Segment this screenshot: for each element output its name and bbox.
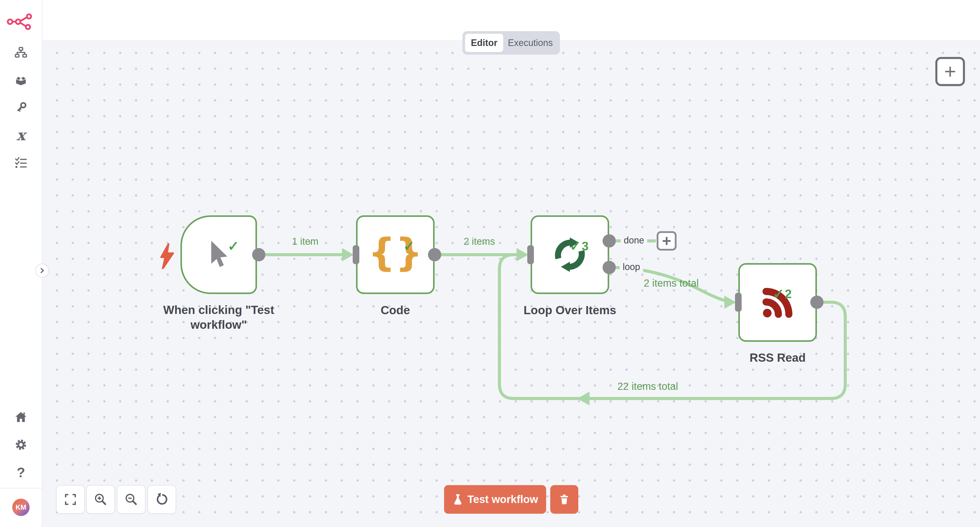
sidebar-expand-button[interactable] [35, 264, 49, 278]
gear-icon [14, 438, 28, 452]
connection-label-2-items-total: 2 items total [620, 278, 722, 289]
sidebar-item-home[interactable] [0, 408, 42, 426]
connection-label-22-items-total: 22 items total [597, 381, 699, 392]
chevron-right-icon [39, 267, 45, 273]
sidebar-item-templates[interactable] [0, 71, 42, 89]
node-label-rss: RSS Read [739, 350, 816, 365]
sidebar-item-executions[interactable] [0, 154, 42, 172]
fit-view-icon [64, 492, 77, 506]
key-icon [14, 101, 27, 114]
sidebar-item-variables[interactable]: x [0, 126, 42, 144]
delete-workflow-button[interactable] [550, 485, 578, 514]
plus-icon: + [662, 233, 671, 249]
sidebar-item-credentials[interactable] [0, 99, 42, 117]
node-loop-over-items[interactable] [531, 216, 609, 294]
workflow-canvas[interactable] [42, 40, 980, 527]
zoom-out-button[interactable] [117, 485, 145, 514]
sidebar-divider [0, 488, 42, 489]
n8n-workflow-editor: ✓ When clicking "Test workflow" {} ✓ Cod… [0, 0, 980, 527]
view-switcher: Editor Executions [463, 31, 560, 55]
test-workflow-label: Test workflow [468, 493, 538, 506]
port-label-loop: loop [620, 261, 643, 273]
home-icon [14, 410, 28, 424]
connection-label-1-item: 1 item [280, 236, 331, 247]
node-success-check-count: ✓3 [570, 238, 589, 254]
node-success-check: ✓ [403, 238, 415, 254]
node-rss-read[interactable] [738, 263, 817, 342]
sidebar-item-workflows[interactable] [0, 44, 42, 62]
tab-editor[interactable]: Editor [465, 34, 503, 52]
templates-box-icon [14, 73, 28, 87]
node-label-trigger: When clicking "Test workflow" [159, 303, 279, 332]
node-code[interactable]: {} [356, 216, 434, 294]
rss-output-connector[interactable] [810, 295, 824, 309]
node-success-check-count: ✓2 [773, 286, 792, 302]
test-workflow-button[interactable]: Test workflow [444, 485, 546, 514]
code-input-connector[interactable] [353, 245, 360, 264]
loop-input-connector[interactable] [527, 245, 534, 264]
sidebar: x [0, 0, 42, 527]
connection-label-2-items: 2 items [454, 236, 505, 247]
loop-loop-output-connector[interactable] [603, 261, 616, 274]
plus-icon: + [944, 61, 956, 82]
tab-executions[interactable]: Executions [503, 34, 557, 52]
zoom-out-icon [124, 492, 138, 506]
add-node-after-done-button[interactable]: + [657, 231, 676, 251]
loop-done-output-connector[interactable] [603, 234, 616, 248]
help-icon: ? [17, 465, 25, 480]
workflows-icon [14, 46, 27, 59]
trigger-output-connector[interactable] [252, 248, 266, 261]
trash-icon [558, 494, 570, 505]
code-output-connector[interactable] [428, 248, 441, 261]
executions-list-icon [14, 156, 27, 169]
node-label-code: Code [357, 303, 434, 318]
sidebar-item-settings[interactable] [0, 436, 42, 454]
zoom-in-icon [94, 492, 108, 506]
node-label-loop: Loop Over Items [506, 303, 634, 318]
sidebar-item-help[interactable]: ? [0, 463, 42, 481]
user-avatar[interactable]: KM [12, 499, 30, 516]
rss-input-connector[interactable] [735, 293, 741, 311]
trigger-bolt-icon [159, 243, 176, 269]
variables-icon: x [17, 126, 25, 144]
zoom-to-fit-button[interactable] [56, 485, 85, 514]
n8n-logo-icon [7, 13, 35, 31]
n8n-logo[interactable] [0, 11, 42, 32]
port-label-done: done [620, 235, 647, 246]
zoom-in-button[interactable] [86, 485, 115, 514]
node-success-check: ✓ [228, 238, 240, 254]
reset-zoom-button[interactable] [148, 485, 176, 514]
undo-icon [155, 492, 169, 506]
node-manual-trigger[interactable] [180, 216, 257, 294]
flask-icon [452, 494, 463, 505]
add-node-button[interactable]: + [935, 57, 965, 86]
